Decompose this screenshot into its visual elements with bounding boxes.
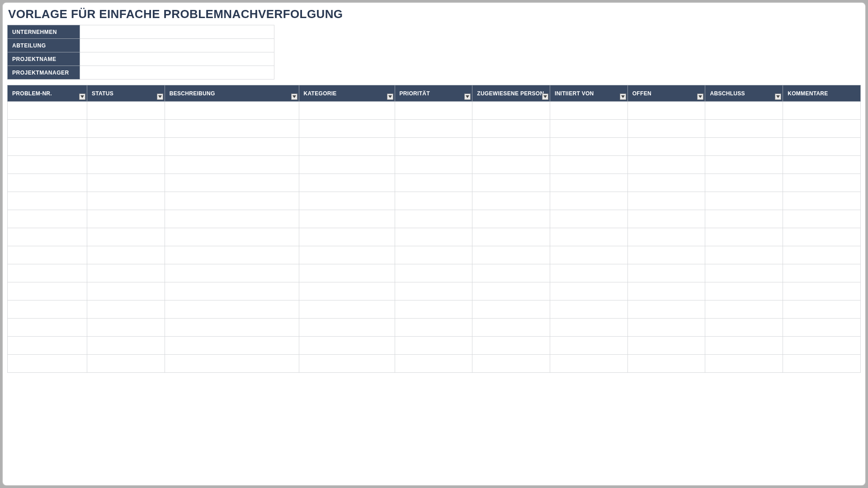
cell-input[interactable]: [8, 246, 87, 264]
cell-input[interactable]: [87, 300, 165, 318]
cell-input[interactable]: [395, 192, 472, 210]
cell-input[interactable]: [472, 120, 550, 137]
cell-input[interactable]: [395, 228, 472, 246]
cell-input[interactable]: [550, 228, 627, 246]
cell-input[interactable]: [783, 246, 860, 264]
cell-input[interactable]: [550, 156, 627, 174]
cell-input[interactable]: [550, 102, 627, 119]
cell-input[interactable]: [299, 264, 395, 282]
cell-input[interactable]: [550, 337, 627, 354]
cell-input[interactable]: [395, 337, 472, 354]
cell-input[interactable]: [299, 282, 395, 300]
cell-input[interactable]: [299, 337, 395, 354]
cell-input[interactable]: [87, 210, 165, 228]
cell-input[interactable]: [472, 102, 550, 119]
cell-input[interactable]: [705, 355, 783, 372]
cell-input[interactable]: [8, 120, 87, 137]
cell-input[interactable]: [395, 102, 472, 119]
cell-input[interactable]: [8, 210, 87, 228]
cell-input[interactable]: [783, 210, 860, 228]
cell-input[interactable]: [87, 264, 165, 282]
cell-input[interactable]: [8, 156, 87, 174]
cell-input[interactable]: [299, 102, 395, 119]
cell-input[interactable]: [299, 192, 395, 210]
cell-input[interactable]: [628, 337, 705, 354]
cell-input[interactable]: [705, 174, 783, 192]
cell-input[interactable]: [783, 156, 860, 174]
cell-input[interactable]: [87, 192, 165, 210]
cell-input[interactable]: [8, 264, 87, 282]
cell-input[interactable]: [628, 228, 705, 246]
cell-input[interactable]: [395, 246, 472, 264]
meta-input[interactable]: [80, 39, 274, 52]
cell-input[interactable]: [783, 355, 860, 372]
cell-input[interactable]: [628, 264, 705, 282]
cell-input[interactable]: [87, 138, 165, 155]
filter-dropdown-icon[interactable]: [464, 94, 471, 100]
cell-input[interactable]: [165, 300, 299, 318]
cell-input[interactable]: [550, 300, 627, 318]
cell-input[interactable]: [8, 102, 87, 119]
cell-input[interactable]: [783, 102, 860, 119]
cell-input[interactable]: [705, 120, 783, 137]
cell-input[interactable]: [550, 319, 627, 336]
cell-input[interactable]: [8, 174, 87, 192]
cell-input[interactable]: [705, 138, 783, 155]
cell-input[interactable]: [299, 120, 395, 137]
cell-input[interactable]: [165, 337, 299, 354]
cell-input[interactable]: [299, 355, 395, 372]
cell-input[interactable]: [783, 337, 860, 354]
cell-input[interactable]: [165, 355, 299, 372]
cell-input[interactable]: [550, 282, 627, 300]
cell-input[interactable]: [628, 210, 705, 228]
cell-input[interactable]: [165, 102, 299, 119]
cell-input[interactable]: [705, 282, 783, 300]
cell-input[interactable]: [705, 228, 783, 246]
cell-input[interactable]: [299, 210, 395, 228]
cell-input[interactable]: [550, 355, 627, 372]
cell-input[interactable]: [165, 264, 299, 282]
cell-input[interactable]: [395, 174, 472, 192]
cell-input[interactable]: [550, 210, 627, 228]
cell-input[interactable]: [299, 300, 395, 318]
cell-input[interactable]: [8, 282, 87, 300]
cell-input[interactable]: [783, 300, 860, 318]
cell-input[interactable]: [472, 246, 550, 264]
cell-input[interactable]: [87, 319, 165, 336]
cell-input[interactable]: [705, 210, 783, 228]
cell-input[interactable]: [8, 355, 87, 372]
cell-input[interactable]: [87, 282, 165, 300]
cell-input[interactable]: [550, 120, 627, 137]
cell-input[interactable]: [472, 337, 550, 354]
cell-input[interactable]: [8, 192, 87, 210]
filter-dropdown-icon[interactable]: [620, 94, 626, 100]
cell-input[interactable]: [395, 319, 472, 336]
cell-input[interactable]: [550, 264, 627, 282]
cell-input[interactable]: [628, 138, 705, 155]
meta-input[interactable]: [80, 66, 274, 79]
filter-dropdown-icon[interactable]: [79, 94, 85, 100]
cell-input[interactable]: [395, 264, 472, 282]
cell-input[interactable]: [550, 192, 627, 210]
cell-input[interactable]: [705, 192, 783, 210]
cell-input[interactable]: [165, 282, 299, 300]
cell-input[interactable]: [628, 156, 705, 174]
meta-input[interactable]: [80, 25, 274, 38]
cell-input[interactable]: [705, 102, 783, 119]
cell-input[interactable]: [550, 174, 627, 192]
cell-input[interactable]: [628, 246, 705, 264]
cell-input[interactable]: [165, 192, 299, 210]
cell-input[interactable]: [472, 264, 550, 282]
cell-input[interactable]: [395, 156, 472, 174]
cell-input[interactable]: [8, 300, 87, 318]
cell-input[interactable]: [299, 319, 395, 336]
cell-input[interactable]: [783, 120, 860, 137]
cell-input[interactable]: [8, 337, 87, 354]
cell-input[interactable]: [472, 355, 550, 372]
cell-input[interactable]: [628, 282, 705, 300]
cell-input[interactable]: [395, 120, 472, 137]
cell-input[interactable]: [395, 282, 472, 300]
filter-dropdown-icon[interactable]: [387, 94, 393, 100]
cell-input[interactable]: [628, 355, 705, 372]
cell-input[interactable]: [705, 337, 783, 354]
